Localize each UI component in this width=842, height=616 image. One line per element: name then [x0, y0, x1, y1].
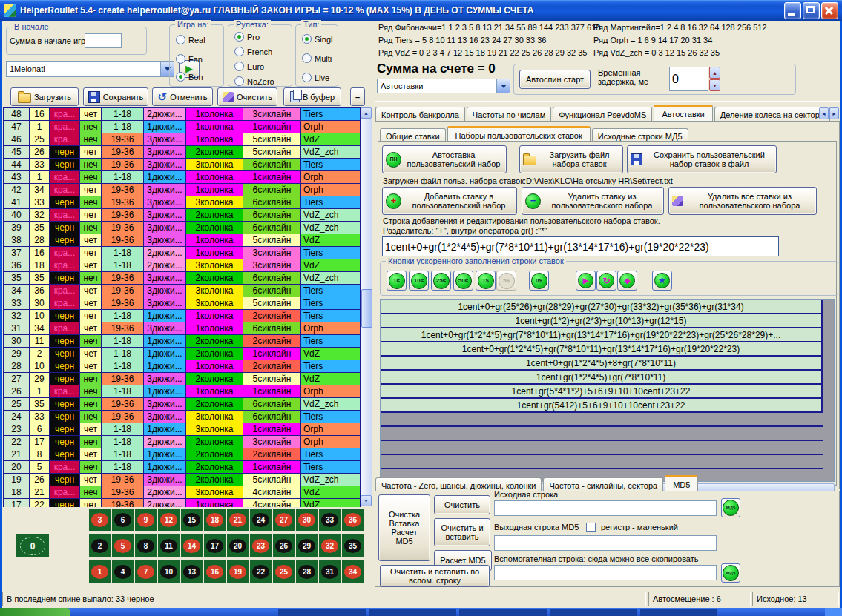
- tab-контроль-банкролла[interactable]: Контроль банкролла: [375, 107, 465, 122]
- board-cell-12[interactable]: 12: [158, 509, 180, 531]
- board-cell-27[interactable]: 27: [273, 509, 295, 531]
- autobet-combobox[interactable]: Автоставки: [377, 79, 510, 93]
- table-row[interactable]: 2217черннеч1-182дюжи...2колонка3сиклайнO…: [4, 436, 361, 448]
- table-row[interactable]: 1926чернчет19-363дюжи...2колонка5сиклайн…: [4, 474, 361, 486]
- radio-option-euro[interactable]: Euro: [234, 62, 264, 71]
- remove-bet-button[interactable]: −Удалить ставку из пользовательского наб…: [522, 187, 664, 215]
- board-cell-7[interactable]: 7: [135, 560, 157, 583]
- table-row[interactable]: 4032кра...чет19-363дюжи...2колонка6сикла…: [4, 209, 361, 222]
- table-row[interactable]: 3134кра...чет19-363дюжи...1колонка6сикла…: [4, 322, 361, 335]
- quick-bet-0d-button[interactable]: 0$: [529, 271, 549, 291]
- board-cell-6[interactable]: 6: [112, 509, 134, 531]
- table-row[interactable]: 2810чернчет1-181дюжи...1колонка2сиклайнT…: [4, 360, 361, 373]
- tab-автоставки[interactable]: Автоставки: [654, 105, 712, 122]
- board-cell-21[interactable]: 21: [227, 509, 249, 531]
- md5-aux-input[interactable]: [494, 565, 717, 580]
- table-row[interactable]: 471кра...неч1-181дюжи...1колонка1сиклайн…: [4, 121, 361, 133]
- board-cell-3[interactable]: 3: [89, 509, 111, 531]
- board-cell-2[interactable]: 2: [89, 534, 111, 557]
- bet-list-item[interactable]: 1cent+0+gr(25*26)+gr(28*29)+gr(27*30)+gr…: [381, 300, 823, 314]
- history-scrollbar[interactable]: ▲ ▼: [361, 107, 372, 506]
- board-cell-15[interactable]: 15: [181, 509, 203, 531]
- board-cell-25[interactable]: 25: [273, 560, 295, 583]
- radio-option-live[interactable]: Live: [302, 73, 329, 82]
- board-cell-9[interactable]: 9: [135, 509, 157, 531]
- scroll-down-icon[interactable]: ▼: [361, 495, 372, 506]
- table-row[interactable]: 236чернчет1-181дюжи...3колонка1сиклайнOr…: [4, 423, 361, 436]
- board-cell-5[interactable]: 5: [112, 534, 134, 557]
- board-cell-30[interactable]: 30: [296, 509, 318, 531]
- autospin-start-button[interactable]: Автоспин старт: [519, 70, 591, 89]
- table-row[interactable]: 205кра...неч1-181дюжи...2колонка1сиклайн…: [4, 461, 361, 474]
- table-row[interactable]: 2729черннеч19-363дюжи...2колонка5сиклайн…: [4, 373, 361, 385]
- board-cell-36[interactable]: 36: [342, 509, 364, 531]
- board-cell-17[interactable]: 17: [204, 534, 226, 557]
- table-row[interactable]: 261кра...неч1-181дюжи...1колонка1сиклайн…: [4, 385, 361, 398]
- board-cell-23[interactable]: 23: [250, 534, 272, 557]
- table-row[interactable]: 4816кра...чет1-182дюжи...1колонка3сиклай…: [4, 108, 361, 121]
- table-row[interactable]: 3436кра...чет19-363дюжи...3колонка6сикла…: [4, 285, 361, 297]
- load-set-file-button[interactable]: Загрузить файл набора ставок: [519, 145, 623, 173]
- maximize-button[interactable]: [803, 2, 820, 19]
- table-row[interactable]: 218чернчет1-181дюжи...2колонка2сиклайнTi…: [4, 448, 361, 461]
- table-row[interactable]: 3716кра...чет1-182дюжи...1колонка3сиклай…: [4, 247, 361, 259]
- table-row[interactable]: 3535черннеч19-363дюжи...2колонка6сиклайн…: [4, 272, 361, 285]
- board-cell-26[interactable]: 26: [273, 534, 295, 557]
- md5-source-input[interactable]: [494, 500, 717, 516]
- radio-option-bon[interactable]: Bon: [176, 72, 203, 82]
- start-button[interactable]: [0, 608, 70, 616]
- quick-bet-50c-button[interactable]: 50¢: [453, 271, 473, 291]
- table-row[interactable]: 4625кра...неч19-363дюжи...1колонка5сикла…: [4, 133, 361, 146]
- md5-calc-aux-button[interactable]: МД5: [721, 563, 740, 583]
- radio-option-nozero[interactable]: NoZero: [234, 76, 274, 86]
- table-row[interactable]: 3618кра...чет1-182дюжи...3колонка3сиклай…: [4, 259, 361, 272]
- toolbar-save-button[interactable]: Сохранить: [83, 87, 148, 106]
- save-set-file-button[interactable]: Сохранить пользовательский набор ставок …: [627, 145, 777, 173]
- radio-option-multi[interactable]: Multi: [302, 53, 332, 63]
- quick-bet-10c-button[interactable]: 10¢: [409, 271, 429, 291]
- bet-list-item[interactable]: 1cent+gr(5412)+5+6+9+10+10cent+23+22: [381, 399, 823, 413]
- bet-list-item[interactable]: 1cent+0+gr(1*2*4*5)+gr(7*8*10*11)+gr(13*…: [381, 342, 823, 357]
- board-cell-32[interactable]: 32: [319, 534, 341, 557]
- board-cell-34[interactable]: 34: [342, 560, 364, 583]
- close-button[interactable]: [821, 2, 838, 19]
- diamond-quick-button[interactable]: ◆: [617, 271, 637, 291]
- table-row[interactable]: 3210чернчет1-181дюжи...1колонка2сиклайнT…: [4, 310, 361, 322]
- table-row[interactable]: 4234кра...чет19-363дюжи...1колонка6сикла…: [4, 184, 361, 196]
- board-cell-16[interactable]: 16: [204, 560, 226, 583]
- radio-option-singl[interactable]: Singl: [302, 34, 332, 44]
- md5-clear-button[interactable]: Очистить: [434, 495, 490, 514]
- remove-all-bets-button[interactable]: Удалить все ставки из пользовательского …: [668, 187, 817, 215]
- tab-частоты-по-числам[interactable]: Частоты по числам: [467, 107, 551, 122]
- board-cell-10[interactable]: 10: [158, 560, 180, 583]
- toolbar-load-button[interactable]: Загрузить: [10, 87, 79, 106]
- radio-option-fan[interactable]: Fan: [176, 54, 203, 64]
- table-row[interactable]: 431кра...неч1-181дюжи...1колонка1сиклайн…: [4, 171, 361, 184]
- taskbar-button[interactable]: [369, 609, 456, 616]
- radio-option-pro[interactable]: Pro: [234, 32, 260, 42]
- tab-scroll-left-icon[interactable]: ◄: [819, 107, 829, 119]
- spinner-down-icon[interactable]: ▼: [709, 79, 720, 91]
- taskbar-button[interactable]: [640, 609, 717, 616]
- board-cell-33[interactable]: 33: [319, 509, 341, 531]
- board-cell-zero[interactable]: 0: [16, 534, 49, 557]
- md5-output-input[interactable]: [494, 535, 717, 551]
- bet-list-item[interactable]: 1cent+gr(1*2*4*5)+gr(7*8*10*11): [381, 371, 823, 385]
- tab-частота-сиклайны-сектора[interactable]: Частота - сиклайны, сектора: [543, 477, 663, 492]
- board-cell-28[interactable]: 28: [296, 560, 318, 583]
- minimize-button[interactable]: [784, 2, 801, 19]
- board-cell-13[interactable]: 13: [181, 560, 203, 583]
- bet-list-item[interactable]: 1cent+0+gr(1*2*4*5)+gr(7*8*10*11)+gr(13*…: [381, 328, 823, 342]
- board-cell-18[interactable]: 18: [204, 509, 226, 531]
- refresh-quick-button[interactable]: ↻: [596, 271, 616, 291]
- table-row[interactable]: 3011черннеч1-181дюжи...2колонка2сиклайнT…: [4, 335, 361, 348]
- tab-scroll-right-icon[interactable]: ►: [829, 107, 839, 119]
- board-cell-24[interactable]: 24: [250, 509, 272, 531]
- table-row[interactable]: 3330кра...чет19-363дюжи...3колонка5сикла…: [4, 297, 361, 310]
- table-row[interactable]: 1821кра...неч19-362дюжи...3колонка4сикла…: [4, 486, 361, 499]
- toolbar-minus-button[interactable]: –: [350, 87, 365, 106]
- md5-clear-paste-aux-button[interactable]: Очистить и вставить во вспом. строку: [380, 565, 490, 587]
- scrollbar-thumb[interactable]: [361, 289, 372, 328]
- table-row[interactable]: 1722чернчет19-362дюжи...1колонка4сиклайн…: [4, 499, 361, 507]
- bet-list-item[interactable]: 1cent+0+gr(1*2*4*5)+8+gr(7*8*10*11): [381, 357, 823, 371]
